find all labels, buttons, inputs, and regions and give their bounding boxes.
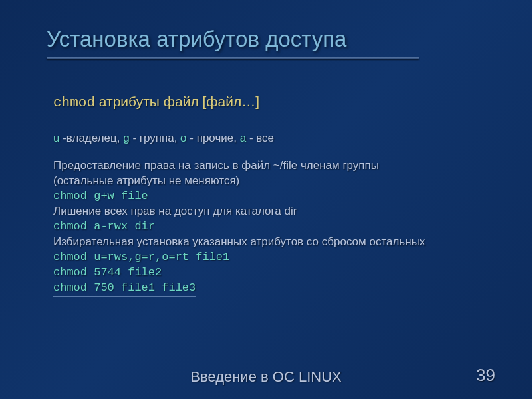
who-line: u -владелец, g - группа, o - прочие, a -… <box>53 131 499 146</box>
footer-text: Введение в ОС LINUX <box>0 368 532 386</box>
desc-line-1: Предоставление права на запись в файл ~/… <box>53 158 499 174</box>
cmd-example-1: chmod g+w file <box>53 189 499 204</box>
cmd-example-3: chmod u=rws,g=r,o=rt file1 <box>53 250 499 265</box>
cmd-example-4: chmod 5744 file2 <box>53 265 499 281</box>
who-a-desc: - все <box>246 132 274 144</box>
desc-line-4: Избирательная установка указанных атрибу… <box>53 235 499 250</box>
slide-title: Установка атрибутов доступа <box>47 27 492 57</box>
who-a-key: a <box>240 132 246 144</box>
slide: Установка атрибутов доступа chmod атрибу… <box>0 0 532 399</box>
content-area: chmod атрибуты файл [файл…] u -владелец,… <box>33 92 499 297</box>
title-block: Установка атрибутов доступа <box>33 27 499 59</box>
title-underline <box>47 57 419 59</box>
desc-line-2: (остальные атрибуты не меняются) <box>53 174 499 189</box>
command-args: атрибуты файл [файл…] <box>99 94 259 109</box>
page-number: 39 <box>476 365 495 386</box>
command-syntax: chmod атрибуты файл [файл…] <box>53 92 499 112</box>
cmd-example-5-text: chmod 750 file1 file3 <box>53 281 196 297</box>
who-g-key: g <box>123 132 129 144</box>
who-g-desc: - группа, <box>130 132 180 144</box>
desc-line-3: Лишение всех прав на доступ для каталога… <box>53 204 499 219</box>
cmd-example-5: chmod 750 file1 file3 <box>53 281 499 297</box>
command-name: chmod <box>53 95 95 110</box>
who-u-desc: -владелец, <box>59 132 123 144</box>
who-o-key: o <box>180 132 186 144</box>
cmd-example-2: chmod a-rwx dir <box>53 219 499 235</box>
who-o-desc: - прочие, <box>187 132 240 144</box>
